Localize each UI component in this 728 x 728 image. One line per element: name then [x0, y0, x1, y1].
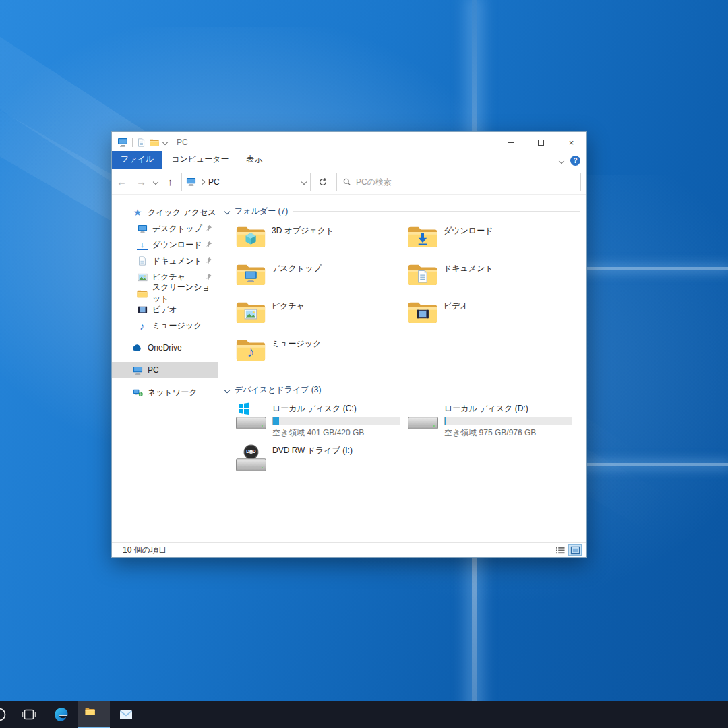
folder-item-documents[interactable]: ドキュメント [408, 262, 580, 299]
pictures-icon [137, 272, 148, 282]
desktop-icon [137, 223, 148, 234]
documents-icon [137, 255, 148, 266]
folder-label: ミュージック [272, 337, 321, 350]
sidebar-item-music[interactable]: ♪ ミュージック [112, 317, 218, 334]
sidebar-item-label: ダウンロード [152, 239, 202, 251]
address-bar[interactable]: PC [181, 173, 311, 191]
drive-item-d[interactable]: ローカル ディスク (D:) 空き領域 975 GB/976 GB [408, 402, 580, 444]
help-icon[interactable]: ? [570, 156, 580, 166]
capacity-bar-fill [445, 417, 446, 425]
tab-file[interactable]: ファイル [112, 151, 162, 169]
sidebar-item-downloads[interactable]: ↓ ダウンロード [112, 237, 218, 253]
collapse-chevron-icon[interactable] [224, 387, 230, 392]
sidebar-item-label: デスクトップ [152, 223, 202, 235]
videos-icon [137, 304, 148, 315]
sidebar-item-network[interactable]: ネットワーク [112, 384, 218, 400]
folder-item-downloads[interactable]: ダウンロード [408, 224, 580, 262]
drive-info: ローカル ディスク (D:) 空き領域 975 GB/976 GB [444, 402, 572, 439]
folder-label: ドキュメント [444, 262, 493, 274]
folder-label: ピクチャ [272, 299, 305, 312]
tab-view[interactable]: 表示 [238, 151, 272, 169]
qat-customize-chevron-icon[interactable] [162, 140, 168, 145]
capacity-bar [272, 417, 400, 425]
taskbar-edge-button[interactable] [45, 701, 78, 728]
view-thumbnails-button[interactable] [569, 545, 581, 555]
folder-item-videos[interactable]: ビデオ [408, 299, 580, 337]
sidebar-item-videos[interactable]: ビデオ [112, 301, 218, 317]
taskbar [0, 701, 728, 728]
recent-locations-chevron-icon[interactable] [153, 179, 158, 184]
search-icon [342, 177, 351, 186]
sidebar-item-label: ビデオ [152, 304, 177, 315]
close-button[interactable]: × [556, 132, 586, 152]
desktop: PC × ファイル コンピューター 表示 ? ← → ↑ [0, 0, 728, 728]
search-input[interactable] [356, 177, 575, 187]
taskbar-buttons [13, 701, 142, 728]
explorer-window: PC × ファイル コンピューター 表示 ? ← → ↑ [111, 131, 587, 558]
sidebar-item-quick-access[interactable]: ★ クイック アクセス [112, 204, 218, 220]
status-bar: 10 個の項目 [112, 542, 586, 557]
pin-icon [205, 257, 212, 264]
folder-label: 3D オブジェクト [272, 224, 334, 237]
sidebar-item-label: ミュージック [152, 320, 202, 332]
section-divider [293, 211, 580, 212]
sidebar-item-label: OneDrive [148, 343, 182, 353]
sidebar-item-label: ドキュメント [152, 255, 202, 267]
maximize-button[interactable] [526, 132, 556, 152]
drive-info: DVD RW ドライブ (I:) [272, 444, 353, 456]
refresh-button[interactable] [313, 173, 332, 191]
drive-d-icon [408, 402, 439, 431]
pin-icon [205, 224, 212, 232]
task-view-button[interactable] [13, 701, 45, 728]
drive-item-c[interactable]: ローカル ディスク (C:) 空き領域 401 GB/420 GB [236, 402, 408, 444]
section-divider [327, 390, 580, 390]
collapse-chevron-icon[interactable] [224, 208, 230, 214]
search-circle-icon[interactable] [0, 706, 7, 723]
sidebar-item-screenshots[interactable]: スクリーンショット [112, 285, 218, 301]
section-title: デバイスとドライブ (3) [235, 384, 322, 396]
view-details-button[interactable] [554, 545, 566, 555]
drive-name: DVD RW ドライブ (I:) [272, 445, 353, 456]
ribbon-right-controls: ? [559, 156, 586, 169]
task-view-icon [21, 706, 37, 723]
minimize-button[interactable] [495, 132, 526, 152]
sidebar-item-onedrive[interactable]: OneDrive [112, 340, 218, 356]
quick-access-star-icon: ★ [132, 207, 143, 218]
breadcrumb: PC [208, 177, 298, 187]
ribbon-expand-chevron-icon[interactable] [559, 158, 564, 163]
onedrive-cloud-icon [132, 342, 143, 353]
free-space-text: 空き領域 401 GB/420 GB [272, 427, 400, 439]
drive-item-dvd[interactable]: DVD DVD RW ドライブ (I:) [236, 444, 408, 486]
folders-section-header[interactable]: フォルダー (7) [225, 206, 580, 217]
sidebar-item-pc[interactable]: PC [112, 362, 218, 378]
downloads-folder-icon [408, 224, 437, 249]
sidebar-item-desktop[interactable]: デスクトップ [112, 220, 218, 237]
ribbon-tab-bar: ファイル コンピューター 表示 ? [112, 152, 586, 169]
file-list-pane: フォルダー (7) 3D オブジェクト [218, 195, 586, 542]
sidebar-item-documents[interactable]: ドキュメント [112, 253, 218, 269]
drive-info: ローカル ディスク (C:) 空き領域 401 GB/420 GB [272, 402, 400, 439]
taskbar-mail-button[interactable] [110, 701, 142, 728]
address-dropdown-chevron-icon[interactable] [301, 179, 307, 184]
taskbar-explorer-button[interactable] [78, 701, 110, 728]
pin-icon [205, 273, 212, 280]
back-button[interactable]: ← [113, 176, 130, 187]
forward-button[interactable]: → [133, 176, 150, 187]
sidebar-item-label: ピクチャ [152, 272, 185, 283]
window-body: ★ クイック アクセス デスクトップ ↓ ダウンロード ドキュメント [112, 195, 586, 542]
qat-properties-icon[interactable] [137, 138, 146, 147]
folder-item-pictures[interactable]: ピクチャ [236, 299, 408, 337]
desktop-folder-icon [236, 262, 266, 287]
folder-item-3d-objects[interactable]: 3D オブジェクト [236, 224, 408, 262]
view-toggle-group [554, 545, 581, 555]
breadcrumb-chevron-icon[interactable] [200, 179, 205, 184]
folder-item-desktop[interactable]: デスクトップ [236, 262, 408, 299]
tab-computer[interactable]: コンピューター [162, 151, 237, 169]
up-button[interactable]: ↑ [162, 176, 179, 187]
folder-item-music[interactable]: ♪ ミュージック [236, 337, 408, 375]
documents-folder-icon [408, 262, 437, 287]
drives-section-header[interactable]: デバイスとドライブ (3) [225, 384, 580, 396]
sidebar-item-label: クイック アクセス [148, 207, 216, 218]
qat-new-folder-icon[interactable] [150, 138, 159, 146]
pc-icon [117, 137, 128, 148]
